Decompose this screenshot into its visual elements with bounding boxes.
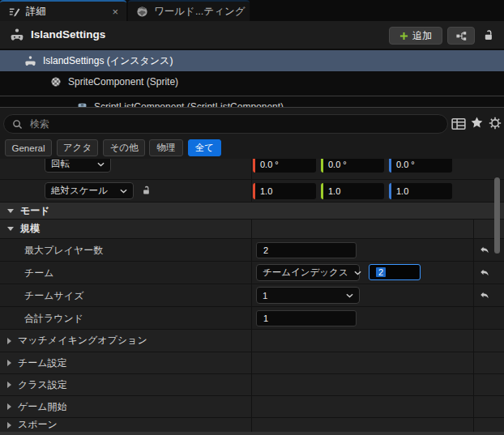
search-box[interactable]	[3, 114, 448, 134]
tree-row-spritecomponent[interactable]: SpriteComponent (Sprite)	[0, 71, 504, 92]
team-size-dropdown[interactable]: 1	[256, 287, 360, 304]
filter-misc[interactable]: その他	[103, 139, 145, 156]
collapsed-triangle-icon	[7, 403, 11, 410]
panel-lock-icon[interactable]	[482, 28, 496, 42]
section-scale[interactable]: 規模	[0, 220, 504, 239]
close-tab-icon[interactable]	[112, 6, 118, 17]
chevron-down-icon	[120, 189, 127, 194]
globe-icon	[136, 6, 148, 18]
collapsed-triangle-icon	[7, 382, 11, 388]
search-band	[0, 108, 504, 136]
row-absolute-scale: 絶対スケール 1.0 1.0 1.0	[0, 180, 504, 203]
property-label: 最大プレイヤー数	[24, 243, 103, 257]
scale-y-input[interactable]: 1.0	[321, 183, 384, 199]
tab-world-settings-label: ワールド...ティング	[154, 5, 245, 19]
tab-bar: 詳細 ワールド...ティング	[0, 0, 504, 21]
scale-lock-icon[interactable]	[141, 185, 152, 196]
rotation-mode-dropdown[interactable]: 回転	[45, 159, 111, 173]
section-spawn[interactable]: スポーン	[0, 418, 504, 432]
section-team-settings[interactable]: チーム設定	[0, 352, 504, 374]
tree-row-label: IslandSettings (インスタンス)	[43, 54, 173, 68]
rotation-z-input[interactable]: 0.0 °	[389, 159, 452, 173]
blueprint-hierarchy-button[interactable]	[447, 27, 475, 45]
plus-icon	[399, 32, 408, 41]
tree-row-label: ScriptListComponent (ScriptListComponent…	[94, 101, 284, 108]
section-matchmaking-options[interactable]: マッチメイキングオプション	[0, 330, 504, 352]
reset-to-default-icon[interactable]	[479, 290, 490, 301]
row-max-players: 最大プレイヤー数 2	[0, 239, 504, 262]
tree-row-label: SpriteComponent (Sprite)	[68, 76, 178, 87]
panel-header: IslandSettings 追加	[0, 21, 504, 49]
chevron-down-icon	[354, 271, 361, 275]
collapsed-triangle-icon	[7, 338, 11, 344]
settings-gear-icon[interactable]	[489, 117, 502, 133]
tree-row-islandsettings[interactable]: IslandSettings (インスタンス)	[0, 50, 504, 71]
selected-text: 2	[376, 267, 386, 277]
search-input[interactable]	[28, 117, 439, 130]
node-hierarchy-icon	[455, 30, 468, 42]
tab-details-label: 詳細	[26, 5, 46, 19]
property-label: 合計ラウンド	[24, 311, 83, 325]
component-tree: IslandSettings (インスタンス) SpriteComponent …	[0, 49, 504, 108]
scale-z-input[interactable]: 1.0	[389, 183, 452, 199]
reset-to-default-icon[interactable]	[479, 245, 490, 256]
total-rounds-input[interactable]: 1	[256, 310, 357, 326]
device-gamepad-icon	[10, 28, 24, 42]
section-game-start[interactable]: ゲーム開始	[0, 396, 504, 418]
scale-x-input[interactable]: 1.0	[253, 183, 316, 199]
filter-all[interactable]: 全て	[188, 139, 221, 156]
property-label: チームサイズ	[24, 288, 83, 302]
filter-actor[interactable]: アクタ	[57, 139, 98, 156]
panel-bottom-edge	[0, 432, 504, 435]
tab-world-settings[interactable]: ワールド...ティング	[128, 0, 250, 21]
filter-band: General アクタ その他 物理 全て	[0, 136, 504, 159]
chevron-down-icon	[346, 293, 353, 298]
sprite-checker-icon	[50, 76, 62, 87]
details-panel: 詳細 ワールド...ティング IslandSettings 追加	[0, 0, 504, 435]
filter-physics[interactable]: 物理	[149, 139, 183, 156]
row-rotation: 回転 0.0 ° 0.0 ° 0.0 °	[0, 159, 504, 180]
chevron-down-icon	[97, 162, 105, 167]
rotation-x-input[interactable]: 0.0 °	[253, 159, 316, 173]
display-manager-icon[interactable]	[451, 117, 466, 134]
device-gamepad-icon	[24, 55, 36, 67]
component-icon	[77, 102, 88, 109]
add-component-button[interactable]: 追加	[389, 27, 442, 45]
selected-object-title: IslandSettings	[31, 28, 105, 41]
section-mode[interactable]: モード	[0, 203, 504, 220]
property-label: チーム	[24, 266, 54, 279]
filter-general[interactable]: General	[5, 139, 52, 156]
tree-separator	[0, 96, 504, 96]
row-team-size: チームサイズ 1	[0, 284, 504, 307]
favorites-star-icon[interactable]	[470, 116, 484, 133]
section-class-settings[interactable]: クラス設定	[0, 374, 504, 396]
team-index-input[interactable]: 2	[369, 264, 421, 280]
tab-details[interactable]: 詳細	[0, 0, 126, 21]
search-icon	[12, 119, 23, 130]
scale-mode-dropdown[interactable]: 絶対スケール	[45, 182, 134, 199]
max-players-input[interactable]: 2	[256, 242, 357, 258]
details-pencil-icon	[8, 6, 20, 18]
tree-row-clipped-component[interactable]: ScriptListComponent (ScriptListComponent…	[0, 97, 504, 108]
team-dropdown[interactable]: チームインデックス	[256, 264, 360, 281]
add-button-label: 追加	[412, 29, 432, 43]
collapsed-triangle-icon	[7, 360, 11, 366]
expanded-triangle-icon	[7, 209, 14, 213]
property-grid: 回転 0.0 ° 0.0 ° 0.0 ° 絶対スケール 1.0 1.0 1.0 …	[0, 159, 504, 432]
row-team: チーム チームインデックス 2	[0, 262, 504, 284]
expanded-triangle-icon	[7, 227, 14, 231]
vertical-scrollbar-thumb[interactable]	[494, 177, 500, 254]
rotation-y-input[interactable]: 0.0 °	[321, 159, 384, 173]
collapsed-triangle-icon	[7, 422, 11, 429]
row-total-rounds: 合計ラウンド 1	[0, 307, 504, 330]
reset-to-default-icon[interactable]	[479, 267, 490, 279]
